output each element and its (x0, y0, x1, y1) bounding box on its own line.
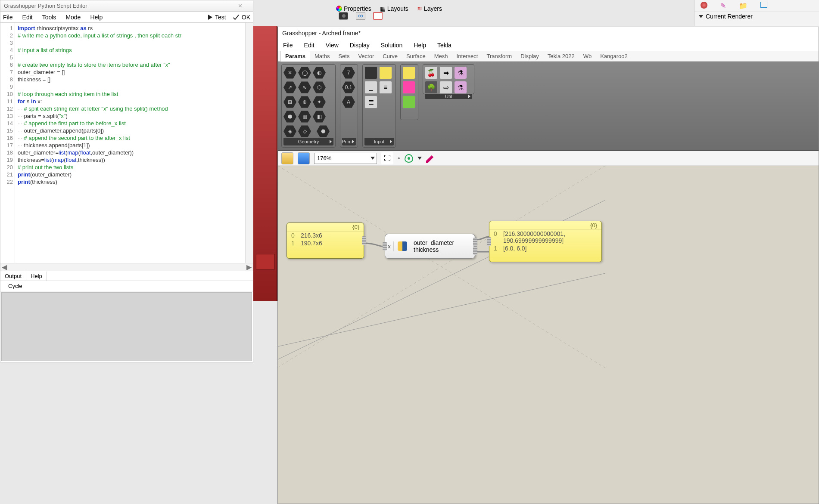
gh-menu-edit[interactable]: Edit (304, 42, 315, 49)
gh-tab-surface[interactable]: Surface (402, 51, 430, 61)
gh-tab-maths[interactable]: Maths (310, 51, 334, 61)
input-panel[interactable]: {0} 0216.3x6 1190.7x6 (286, 223, 364, 259)
ribbon-group-geometry: ✕ ◯ ◐ ↗ ∿ ⬡ ⊞ ⊕ ✦ ⬢ ▦ ◧ ◈ ◇ ⬣ Geometry (281, 64, 336, 148)
menu-edit[interactable]: Edit (22, 14, 33, 21)
panel-properties[interactable]: Properties (336, 5, 371, 12)
geom-component[interactable]: ◐ (313, 66, 326, 79)
util-component[interactable]: ⚗ (454, 66, 467, 79)
vertical-scrollbar[interactable] (245, 23, 253, 263)
frame-icon[interactable] (373, 12, 383, 20)
gh-tab-curve[interactable]: Curve (378, 51, 402, 61)
slide-icon[interactable] (760, 2, 767, 8)
input-grip-x[interactable] (383, 242, 387, 250)
gh-tab-sets[interactable]: Sets (334, 51, 354, 61)
panel-input-grip[interactable] (487, 237, 491, 246)
input-component[interactable] (402, 96, 415, 108)
preview-toggle[interactable] (405, 154, 413, 163)
zoom-combo[interactable]: 176% (314, 153, 377, 164)
output-panel[interactable]: {0} 0[216.30000000000001, 190.6999999999… (489, 221, 602, 262)
menu-file[interactable]: File (3, 14, 13, 21)
input-component[interactable]: ≣ (364, 96, 377, 108)
util-component[interactable]: ⚗ (454, 81, 467, 94)
gh-menu-display[interactable]: Display (350, 42, 370, 49)
gh-tab-transform[interactable]: Transform (482, 51, 516, 61)
gh-tab-tekla-2022[interactable]: Tekla 2022 (543, 51, 579, 61)
camera-icon[interactable] (339, 12, 348, 20)
util-component[interactable]: 🌳 (425, 81, 438, 94)
gh-tab-params[interactable]: Params (280, 51, 310, 62)
save-button[interactable] (298, 152, 310, 164)
scroll-right-icon[interactable]: ▶ (245, 263, 253, 271)
gh-titlebar[interactable]: Grasshopper - Arched frame* (278, 27, 819, 39)
input-component[interactable] (364, 66, 377, 79)
output-grip-thickness[interactable] (473, 246, 477, 255)
folder-icon[interactable]: 📁 (739, 2, 747, 10)
gh-tab-display[interactable]: Display (516, 51, 543, 61)
gh-canvas[interactable]: {0} 0216.3x6 1190.7x6 x outer_diameter t… (278, 166, 819, 504)
close-icon[interactable]: ✕ (230, 1, 249, 11)
geom-component[interactable]: ◈ (283, 125, 296, 138)
geom-component[interactable]: ✕ (283, 66, 296, 79)
output-panel-body[interactable] (1, 292, 252, 361)
gh-menu-view[interactable]: View (326, 42, 339, 49)
chevron-down-icon[interactable] (417, 157, 422, 160)
gh-menu-tekla[interactable]: Tekla (437, 42, 452, 49)
input-component[interactable] (402, 81, 415, 94)
geom-component[interactable]: ◧ (313, 110, 326, 123)
geom-component[interactable]: ⬢ (283, 110, 296, 123)
panel-component[interactable] (379, 66, 392, 79)
input-component[interactable] (402, 66, 415, 79)
geom-component[interactable]: ⊞ (283, 96, 296, 108)
panel-row: 1[6.0, 6.0] (489, 244, 601, 252)
gh-tab-vector[interactable]: Vector (354, 51, 378, 61)
prim-component[interactable]: A (342, 96, 355, 108)
geom-component[interactable]: ◯ (298, 66, 311, 79)
scroll-left-icon[interactable]: ◀ (0, 263, 8, 271)
window-titlebar[interactable]: Grasshopper Python Script Editor ✕ (0, 0, 253, 12)
prim-component[interactable]: 7 (342, 66, 355, 79)
current-renderer-header[interactable]: Current Renderer (694, 12, 819, 21)
geom-component[interactable]: ∿ (298, 81, 311, 94)
util-component[interactable]: ⇨ (439, 81, 452, 94)
tab-output[interactable]: Output (0, 272, 26, 281)
ok-button[interactable]: OK (233, 14, 250, 21)
util-component[interactable]: 🍒 (425, 66, 438, 79)
code-editor[interactable]: import rhinoscriptsyntax as rs# write me… (15, 23, 245, 263)
gh-menu-help[interactable]: Help (414, 42, 426, 49)
prim-component[interactable]: 0.1 (342, 81, 355, 94)
gh-menu-file[interactable]: File (283, 42, 293, 49)
sketch-button[interactable] (426, 154, 436, 163)
geom-component[interactable]: ◇ (298, 125, 311, 138)
geom-component[interactable]: ⊕ (298, 96, 311, 108)
panel-layouts[interactable]: ▦Layouts (380, 5, 408, 12)
input-component[interactable]: ⎯ (364, 81, 377, 94)
open-button[interactable] (281, 152, 293, 164)
wand-icon[interactable]: ✎ (720, 2, 726, 10)
gh-tab-intersect[interactable]: Intersect (452, 51, 483, 61)
sphere-icon[interactable] (701, 2, 707, 9)
input-component[interactable]: ≡ (379, 81, 392, 94)
link-icon[interactable]: ∞ (356, 12, 365, 20)
panel-output-grip[interactable] (362, 236, 366, 245)
gh-menu-solution[interactable]: Solution (381, 42, 403, 49)
test-button[interactable]: Test (208, 14, 226, 21)
util-component[interactable]: ➡ (439, 66, 452, 79)
python-script-node[interactable]: x outer_diameter thickness (385, 234, 475, 259)
tab-help[interactable]: Help (26, 272, 47, 281)
layers-icon: ≋ (417, 5, 422, 12)
panel-layers[interactable]: ≋Layers (417, 5, 442, 12)
gh-tab-kangaroo2[interactable]: Kangaroo2 (596, 51, 632, 61)
gh-tab-mesh[interactable]: Mesh (430, 51, 452, 61)
menu-tools[interactable]: Tools (42, 14, 56, 21)
geom-component[interactable]: ⬣ (317, 125, 330, 138)
output-grip-outer-diameter[interactable] (473, 238, 477, 246)
geom-component[interactable]: ▦ (298, 110, 311, 123)
geom-component[interactable]: ↗ (283, 81, 296, 94)
menu-help[interactable]: Help (90, 14, 103, 21)
geom-component[interactable]: ✦ (313, 96, 326, 108)
menu-mode[interactable]: Mode (65, 14, 81, 21)
geom-component[interactable]: ⬡ (313, 81, 326, 94)
gh-tab-wb[interactable]: Wb (579, 51, 596, 61)
horizontal-scrollbar[interactable]: ◀ ▶ (0, 263, 253, 271)
zoom-extents-button[interactable]: ⛶ (381, 152, 393, 164)
